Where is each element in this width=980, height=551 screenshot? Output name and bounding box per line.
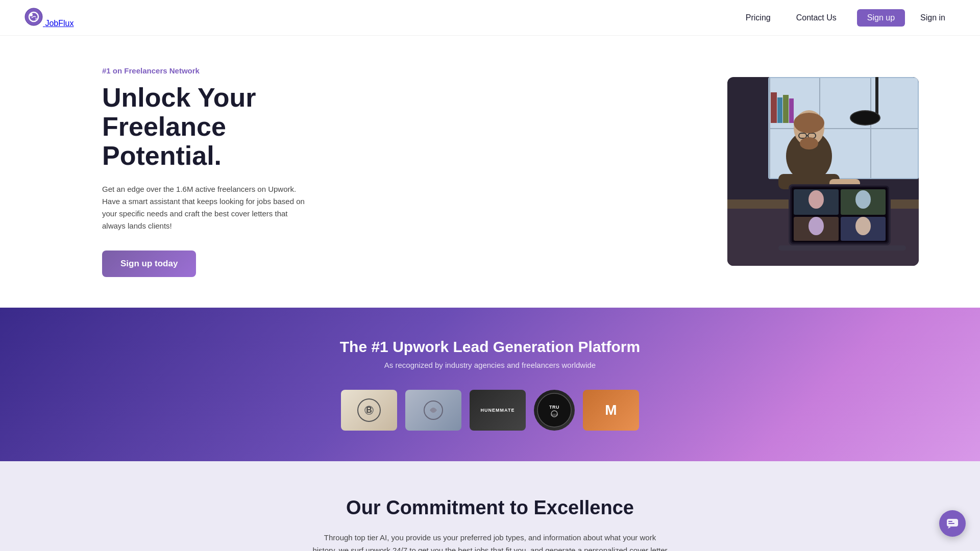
nav-contact[interactable]: Contact Us: [786, 9, 847, 27]
svg-point-34: [808, 217, 824, 235]
nav-links: Pricing Contact Us Sign up Sign in: [736, 9, 955, 27]
svg-rect-51: [948, 523, 954, 524]
svg-rect-11: [875, 77, 878, 118]
hero-section: #1 on Freelancers Network Unlock Your Fr…: [0, 36, 980, 308]
partner-logos: B HUNEMMATE TRU SEED: [24, 390, 955, 431]
svg-point-22: [800, 137, 818, 149]
svg-point-45: [537, 393, 571, 427]
hero-cta-button[interactable]: Sign up today: [102, 251, 196, 277]
hero-description: Get an edge over the 1.6M active freelan…: [102, 183, 306, 232]
logo-link[interactable]: JobFlux: [24, 8, 74, 28]
partner-logo-4: TRU SEED: [534, 390, 575, 431]
chat-bubble-button[interactable]: [939, 510, 966, 537]
commitment-title: Our Commitment to Excellence: [102, 497, 878, 519]
svg-point-32: [808, 190, 824, 209]
svg-rect-37: [771, 92, 777, 123]
svg-rect-39: [783, 95, 789, 123]
nav-pricing[interactable]: Pricing: [736, 9, 781, 27]
hero-content: #1 on Freelancers Network Unlock Your Fr…: [102, 66, 347, 277]
hero-image: [727, 77, 919, 266]
platform-title: The #1 Upwork Lead Generation Platform: [24, 338, 955, 356]
partner-logo-2: [405, 390, 461, 431]
svg-point-35: [855, 217, 871, 235]
svg-text:SEED: SEED: [551, 413, 558, 416]
hero-illustration: [727, 77, 919, 266]
partner-logo-1-icon: B: [356, 397, 382, 423]
nav-signup-button[interactable]: Sign up: [857, 9, 905, 27]
svg-text:TRU: TRU: [549, 405, 559, 410]
platform-subtitle: As recognized by industry agencies and f…: [24, 361, 955, 369]
svg-rect-49: [947, 519, 958, 527]
partner-logo-2-icon: [421, 397, 446, 423]
svg-rect-10: [769, 128, 918, 129]
svg-point-3: [35, 18, 37, 20]
partner-logo-4-icon: TRU SEED: [536, 392, 572, 428]
nav-signin-link[interactable]: Sign in: [910, 9, 955, 27]
commitment-description: Through top tier AI, you provide us your…: [311, 531, 669, 551]
hero-title: Unlock Your Freelance Potential.: [102, 83, 347, 171]
hero-badge: #1 on Freelancers Network: [102, 66, 347, 75]
svg-rect-38: [777, 97, 782, 123]
svg-point-13: [851, 111, 879, 124]
chat-icon: [946, 517, 959, 530]
svg-point-2: [30, 13, 33, 16]
svg-rect-50: [948, 521, 952, 522]
commitment-section: Our Commitment to Excellence Through top…: [0, 461, 980, 551]
logo-text: JobFlux: [45, 19, 74, 28]
logo-icon: [24, 8, 43, 26]
partner-logo-1: B: [341, 390, 397, 431]
partner-logo-3: HUNEMMATE: [470, 390, 526, 431]
svg-point-33: [855, 190, 871, 209]
partner-logo-5: M: [583, 390, 639, 431]
navbar: JobFlux Pricing Contact Us Sign up Sign …: [0, 0, 980, 36]
svg-point-21: [794, 113, 824, 133]
svg-rect-36: [778, 245, 906, 251]
platform-section: The #1 Upwork Lead Generation Platform A…: [0, 308, 980, 461]
svg-rect-40: [789, 98, 794, 123]
